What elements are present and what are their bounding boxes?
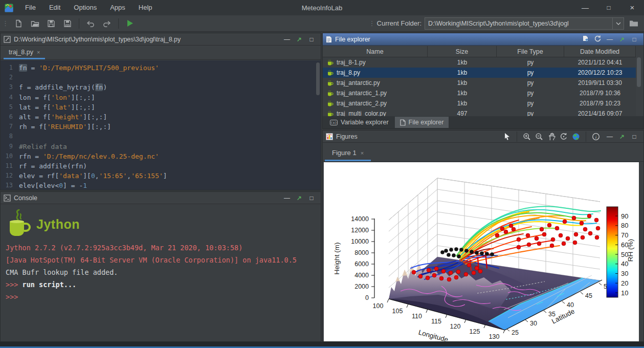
file-row[interactable]: traj_antarctic_1.py1kbpy2018/7/9 10:36	[323, 88, 636, 98]
code-line[interactable]: 4lon = f['lon'][:,:]	[1, 93, 321, 102]
window-close-button[interactable]: ×	[620, 0, 644, 15]
document-icon	[326, 36, 332, 43]
file-type-cell: py	[497, 90, 564, 97]
pan-hand-button[interactable]	[546, 132, 557, 142]
column-header-name[interactable]: Name	[323, 46, 428, 57]
browse-folder-button[interactable]	[628, 18, 640, 29]
menu-options[interactable]: Options	[67, 0, 103, 15]
window-maximize-button[interactable]: □	[597, 0, 620, 15]
info-button[interactable]: i	[590, 132, 602, 142]
save-all-button[interactable]	[61, 17, 74, 30]
zoom-in-button[interactable]	[521, 132, 532, 142]
code-line[interactable]: 9#Relief data	[1, 142, 321, 151]
file-name: traj_8-1.py	[337, 59, 366, 66]
menu-help[interactable]: Help	[132, 0, 159, 15]
code-line[interactable]: 1fn = 'D:/Temp/HYSPLIT/500_previous'	[1, 63, 321, 73]
console-minimize-button[interactable]: —	[281, 194, 293, 202]
tab-close-icon[interactable]: ×	[361, 150, 364, 156]
y-tick-label: 35	[548, 311, 556, 318]
code-line[interactable]: 8	[1, 132, 321, 141]
console-float-button[interactable]: ↗	[293, 194, 305, 202]
code-line[interactable]: 12elev = rf['data'][0,'15:65','65:155']	[1, 171, 321, 181]
line-number: 9	[1, 142, 19, 151]
code-line[interactable]: 10rfn = 'D:/Temp/nc/elev.0.25-deg.nc'	[1, 151, 321, 161]
file-explorer-minimize-button[interactable]: —	[604, 36, 616, 43]
open-file-button[interactable]	[28, 17, 41, 30]
file-name-cell: traj_antarctic_1.py	[323, 90, 428, 97]
globe-button[interactable]	[570, 132, 582, 142]
line-number: 6	[1, 112, 19, 122]
file-explorer-title-bar: File explorer — ↗ □	[323, 33, 643, 46]
editor-scrollbar[interactable]	[316, 61, 320, 188]
x-tick-label: 130	[489, 333, 500, 340]
tab-variable-explorer[interactable]: (x) Variable explorer	[325, 117, 394, 128]
goto-folder-button[interactable]	[579, 35, 591, 44]
new-script-button[interactable]	[12, 17, 25, 30]
code-text: lat = f['lat'][:,:]	[19, 102, 95, 112]
file-row[interactable]: traj_8-1.py1kbpy2021/1/12 04:41	[323, 57, 636, 68]
code-line[interactable]: 13elev[elev<0] = -1	[1, 181, 321, 190]
python-file-icon	[327, 59, 334, 66]
editor-maximize-button[interactable]: □	[305, 36, 318, 43]
code-text: alt = f['height'][:,:]	[19, 112, 107, 122]
code-line[interactable]: 7rh = f['RELHUMID'][:,:]	[1, 122, 321, 132]
save-button[interactable]	[45, 17, 58, 30]
info-icon: i	[592, 133, 600, 141]
undo-button[interactable]	[84, 17, 97, 30]
figure-3d-plot[interactable]: Height (m) Longitude Latitude 0200040006…	[324, 162, 639, 341]
figures-minimize-button[interactable]: —	[604, 133, 616, 140]
tab-traj-8-py[interactable]: traj_8.py ×	[4, 46, 45, 59]
run-script-button[interactable]	[123, 17, 137, 30]
code-text: rf = addfile(rfn)	[19, 161, 87, 171]
console-line: >>> run script...	[6, 278, 316, 291]
window-minimize-button[interactable]: —	[573, 0, 597, 15]
menu-edit[interactable]: Edit	[42, 0, 67, 15]
column-header-date-modified[interactable]: Date Modified	[564, 46, 636, 57]
redo-button[interactable]	[100, 17, 114, 30]
y-tick-label: 45	[585, 292, 592, 299]
z-tick-label: 2000	[354, 283, 369, 290]
file-explorer-maximize-button[interactable]: □	[628, 36, 640, 43]
column-header-size[interactable]: Size	[428, 46, 497, 57]
colorbar-label: RH (%)	[627, 239, 634, 262]
menu-apps[interactable]: Apps	[103, 0, 132, 15]
z-tick-label: 4000	[354, 272, 369, 279]
rotate-button[interactable]	[558, 132, 569, 142]
figures-float-button[interactable]: ↗	[616, 133, 628, 140]
column-header-file-type[interactable]: File Type	[497, 46, 564, 57]
code-editor[interactable]: 1fn = 'D:/Temp/HYSPLIT/500_previous'23f …	[1, 60, 321, 190]
editor-float-button[interactable]: ↗	[293, 36, 305, 43]
line-number: 10	[1, 151, 19, 161]
refresh-button[interactable]	[591, 35, 604, 44]
file-row[interactable]: traj_antarctic.py1kbpy2019/9/11 03:30	[323, 78, 636, 88]
code-line[interactable]: 6alt = f['height'][:,:]	[1, 112, 321, 122]
file-row[interactable]: traj_8.py1kbpy2020/12/2 10:23	[323, 68, 636, 78]
tab-figure-1[interactable]: Figure 1 ×	[325, 145, 371, 161]
file-table-scrollbar[interactable]	[637, 57, 641, 117]
file-row[interactable]: traj_antarctic_2.py1kbpy2018/7/9 10:23	[323, 98, 636, 108]
console-output[interactable]: Jython Jython 2.7.2 (v2.7.2:925a3cc3b49d…	[1, 205, 321, 341]
rotate-icon	[560, 133, 568, 141]
file-date-cell: 2019/9/11 03:30	[564, 79, 636, 86]
open-file-icon	[31, 19, 39, 28]
variable-explorer-icon: (x)	[330, 120, 338, 125]
tab-file-explorer[interactable]: File explorer	[395, 117, 449, 128]
file-explorer-float-button[interactable]: ↗	[616, 36, 628, 43]
code-line[interactable]: 2	[1, 73, 321, 82]
code-line[interactable]: 3f = addfile_hytraj(fn)	[1, 82, 321, 92]
console-line: [Java HotSpot(TM) 64-Bit Server VM (Orac…	[6, 254, 316, 266]
editor-minimize-button[interactable]: —	[281, 36, 293, 43]
current-folder-dropdown-button[interactable]	[612, 18, 624, 29]
code-line[interactable]: 5lat = f['lat'][:,:]	[1, 102, 321, 112]
line-number: 1	[1, 63, 19, 73]
python-file-icon	[327, 80, 334, 86]
current-folder-input[interactable]	[425, 20, 612, 27]
menu-file[interactable]: File	[18, 0, 42, 15]
zoom-out-button[interactable]	[534, 132, 545, 142]
select-cursor-button[interactable]	[501, 132, 513, 142]
figures-maximize-button[interactable]: □	[628, 133, 640, 140]
code-line[interactable]: 11rf = addfile(rfn)	[1, 161, 321, 171]
figures-title-bar: Figures	[323, 130, 643, 143]
tab-close-icon[interactable]: ×	[37, 49, 40, 55]
console-maximize-button[interactable]: □	[305, 194, 318, 202]
